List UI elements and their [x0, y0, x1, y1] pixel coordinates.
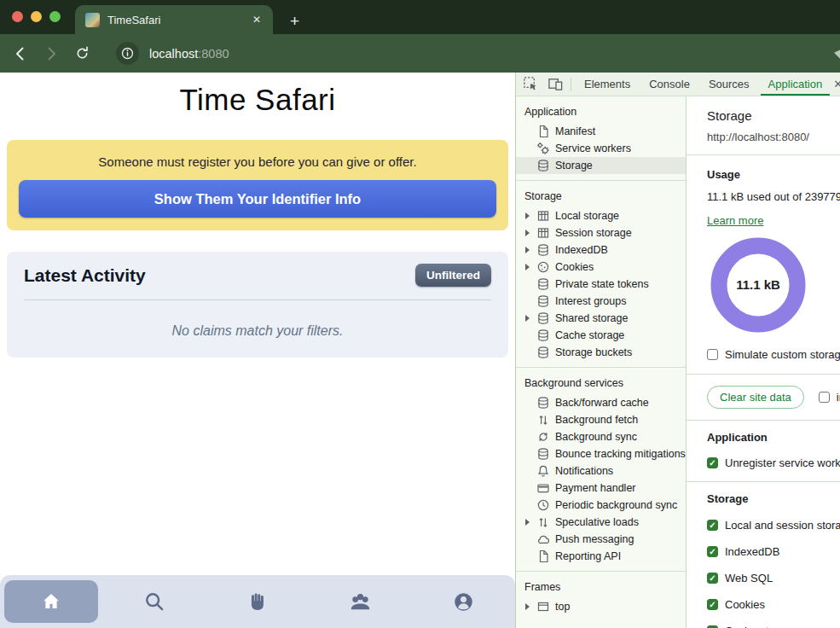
indexeddb-checkbox[interactable]	[707, 546, 718, 557]
tree-item-storage-buckets[interactable]: Storage buckets	[516, 344, 686, 361]
forward-button[interactable]	[39, 42, 63, 66]
unregister-service-workers-label: Unregister service workers	[725, 456, 840, 469]
empty-claims-message: No claims match your filters.	[24, 323, 491, 339]
simulate-quota-row: Simulate custom storage quota	[707, 348, 840, 361]
tree-item-interest-groups[interactable]: Interest groups	[516, 293, 686, 310]
expand-arrow-icon[interactable]	[525, 519, 536, 526]
bell-icon	[536, 464, 550, 478]
application-sidebar: Application Manifest Service workers	[516, 96, 686, 628]
local-session-storage-checkbox[interactable]	[707, 520, 718, 531]
expand-arrow-icon[interactable]	[525, 230, 536, 236]
section-frames-heading: Frames	[516, 575, 686, 598]
minimize-window-button[interactable]	[31, 11, 42, 22]
tab-sources[interactable]: Sources	[701, 73, 757, 96]
expand-arrow-icon[interactable]	[525, 264, 536, 270]
database-icon	[536, 159, 550, 172]
learn-more-link[interactable]: Learn more	[707, 214, 763, 227]
latest-activity-card: Latest Activity Unfiltered No claims mat…	[7, 252, 508, 358]
storage-origin: http://localhost:8080/	[707, 131, 840, 143]
reload-button[interactable]	[70, 42, 94, 66]
toolbar-overflow-icon[interactable]	[834, 48, 840, 59]
cookies-checkbox[interactable]	[707, 599, 718, 610]
third-party-cookies-checkbox[interactable]	[819, 392, 830, 403]
zoom-window-button[interactable]	[49, 11, 61, 22]
tab-elements[interactable]: Elements	[576, 73, 638, 96]
tree-item-storage[interactable]: Storage	[516, 157, 686, 174]
tree-item-local-storage[interactable]: Local storage	[516, 207, 686, 224]
nav-home[interactable]	[0, 575, 103, 628]
third-party-cookies-label: including third-party cookies	[837, 391, 840, 404]
indexeddb-row: IndexedDB	[707, 545, 840, 558]
browser-tab[interactable]: TimeSafari ✕	[75, 5, 273, 34]
database-icon	[536, 277, 550, 291]
tree-item-speculative-loads[interactable]: Speculative loads	[516, 514, 686, 531]
cookies-row: Cookies	[707, 598, 840, 611]
simulate-quota-label: Simulate custom storage quota	[725, 348, 840, 361]
tree-item-background-sync[interactable]: Background sync	[516, 428, 686, 445]
simulate-quota-checkbox[interactable]	[707, 349, 718, 360]
clear-site-data-button[interactable]: Clear site data	[707, 386, 804, 409]
info-icon	[120, 46, 135, 61]
unregister-service-workers-row: Unregister service workers	[707, 456, 840, 469]
nav-people[interactable]	[309, 575, 412, 628]
storage-pane-header: Storage http://localhost:8080/	[686, 96, 840, 155]
close-window-button[interactable]	[12, 11, 23, 22]
tree-item-top-frame[interactable]: top	[516, 598, 686, 615]
new-tab-button[interactable]: +	[285, 12, 304, 34]
expand-arrow-icon[interactable]	[525, 247, 536, 253]
nav-offers[interactable]	[206, 575, 310, 628]
usage-section: Usage 11.1 kB used out of 239779 MB Lear…	[686, 155, 840, 375]
tree-item-indexeddb[interactable]: IndexedDB	[516, 241, 686, 259]
tab-close-icon[interactable]: ✕	[249, 12, 264, 27]
unregister-service-workers-checkbox[interactable]	[707, 457, 718, 468]
database-icon	[536, 346, 550, 359]
tree-item-background-fetch[interactable]: Background fetch	[516, 411, 686, 428]
tab-favicon	[85, 13, 100, 27]
browser-toolbar: localhost:8080	[0, 34, 840, 73]
tree-item-session-storage[interactable]: Session storage	[516, 224, 686, 241]
devtools-close-icon[interactable]: ✕	[833, 73, 840, 96]
sync-icon	[536, 430, 550, 444]
reload-icon	[74, 45, 90, 61]
file-icon	[536, 550, 550, 563]
device-toolbar-icon[interactable]	[547, 76, 564, 92]
frame-icon	[536, 600, 550, 613]
tree-item-manifest[interactable]: Manifest	[516, 123, 686, 140]
tree-item-cookies[interactable]: Cookies	[516, 259, 686, 276]
back-button[interactable]	[9, 42, 32, 66]
tree-item-periodic-background-sync[interactable]: Periodic background sync	[516, 497, 686, 514]
tree-item-cache-storage[interactable]: Cache storage	[516, 327, 686, 344]
gears-icon	[536, 142, 550, 155]
expand-arrow-icon[interactable]	[525, 315, 536, 322]
tab-console[interactable]: Console	[641, 73, 698, 96]
tree-item-back-forward-cache[interactable]: Back/forward cache	[516, 394, 686, 411]
address-bar[interactable]: localhost:8080	[149, 47, 229, 61]
inspect-element-icon[interactable]	[523, 76, 539, 92]
tree-item-reporting-api[interactable]: Reporting API	[516, 548, 686, 565]
tree-item-push-messaging[interactable]: Push messaging	[516, 531, 686, 548]
expand-arrow-icon[interactable]	[525, 603, 536, 610]
card-divider	[24, 299, 491, 300]
tree-item-payment-handler[interactable]: Payment handler	[516, 480, 686, 497]
expand-arrow-icon[interactable]	[525, 212, 536, 219]
tree-item-service-workers[interactable]: Service workers	[516, 140, 686, 157]
section-background-services: Background services Back/forward cache B…	[516, 368, 686, 572]
tree-item-notifications[interactable]: Notifications	[516, 462, 686, 480]
tree-item-bounce-tracking-mitigations[interactable]: Bounce tracking mitigations	[516, 445, 686, 462]
web-sql-checkbox[interactable]	[707, 573, 718, 584]
web-sql-row: Web SQL	[707, 572, 840, 584]
show-identifier-info-button[interactable]: Show Them Your Identifier Info	[19, 180, 496, 218]
usage-donut-chart: 11.1 kB	[710, 237, 806, 335]
tree-item-shared-storage[interactable]: Shared storage	[516, 310, 686, 327]
clear-site-data-row: Clear site data including third-party co…	[686, 375, 840, 421]
section-frames: Frames top	[516, 572, 686, 621]
unfiltered-button[interactable]: Unfiltered	[415, 264, 491, 287]
tab-application[interactable]: Application	[761, 73, 831, 96]
nav-search[interactable]	[103, 575, 206, 628]
nav-home-active-chip[interactable]	[4, 580, 98, 623]
tree-item-private-state-tokens[interactable]: Private state tokens	[516, 276, 686, 293]
cache-storage-row: Cache storage	[707, 625, 840, 628]
section-storage-heading: Storage	[516, 184, 686, 207]
nav-profile[interactable]	[412, 575, 515, 628]
site-info-button[interactable]	[116, 42, 139, 65]
